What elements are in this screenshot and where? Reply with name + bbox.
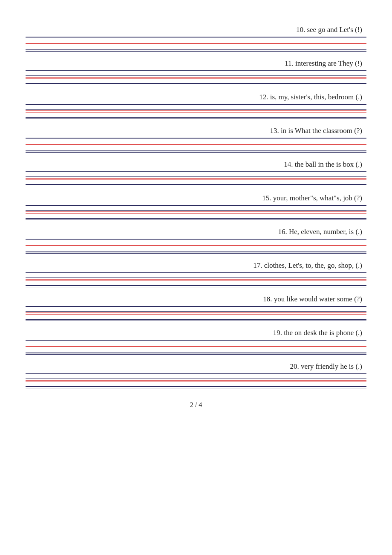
question-17: 17. clothes, Let's, to, the, go, shop, (… bbox=[26, 261, 366, 270]
exercise-12: 12. is, my, sister's, this, bedroom (.) bbox=[26, 93, 366, 119]
writing-area-20 bbox=[26, 373, 366, 388]
question-19: 19. the on desk the is phone (.) bbox=[26, 329, 366, 337]
question-18: 18. you like would water some (?) bbox=[26, 295, 366, 304]
question-20: 20. very friendly he is (.) bbox=[26, 362, 366, 371]
exercise-11: 11. interesting are They (!) bbox=[26, 59, 366, 85]
writing-area-10 bbox=[26, 37, 366, 52]
question-13: 13. in is What the classroom (?) bbox=[26, 127, 366, 135]
question-16: 16. He, eleven, number, is (.) bbox=[26, 228, 366, 236]
writing-area-14 bbox=[26, 171, 366, 186]
exercise-16: 16. He, eleven, number, is (.) bbox=[26, 228, 366, 254]
question-14: 14. the ball in the is box (.) bbox=[26, 160, 366, 169]
exercise-14: 14. the ball in the is box (.) bbox=[26, 160, 366, 186]
page: 10. see go and Let's (!)11. interesting … bbox=[0, 0, 392, 555]
question-12: 12. is, my, sister's, this, bedroom (.) bbox=[26, 93, 366, 101]
question-10: 10. see go and Let's (!) bbox=[26, 26, 366, 34]
writing-area-15 bbox=[26, 205, 366, 220]
exercise-19: 19. the on desk the is phone (.) bbox=[26, 329, 366, 355]
exercise-18: 18. you like would water some (?) bbox=[26, 295, 366, 321]
writing-area-17 bbox=[26, 272, 366, 287]
page-number: 2 / 4 bbox=[26, 401, 366, 409]
question-15: 15. your, mother"s, what"s, job (?) bbox=[26, 194, 366, 202]
writing-area-11 bbox=[26, 70, 366, 85]
writing-area-19 bbox=[26, 340, 366, 355]
writing-area-12 bbox=[26, 104, 366, 119]
exercise-20: 20. very friendly he is (.) bbox=[26, 362, 366, 388]
exercise-13: 13. in is What the classroom (?) bbox=[26, 127, 366, 153]
writing-area-13 bbox=[26, 138, 366, 153]
exercise-10: 10. see go and Let's (!) bbox=[26, 26, 366, 52]
writing-area-18 bbox=[26, 306, 366, 321]
exercise-17: 17. clothes, Let's, to, the, go, shop, (… bbox=[26, 261, 366, 287]
question-11: 11. interesting are They (!) bbox=[26, 59, 366, 68]
exercise-15: 15. your, mother"s, what"s, job (?) bbox=[26, 194, 366, 220]
writing-area-16 bbox=[26, 239, 366, 254]
